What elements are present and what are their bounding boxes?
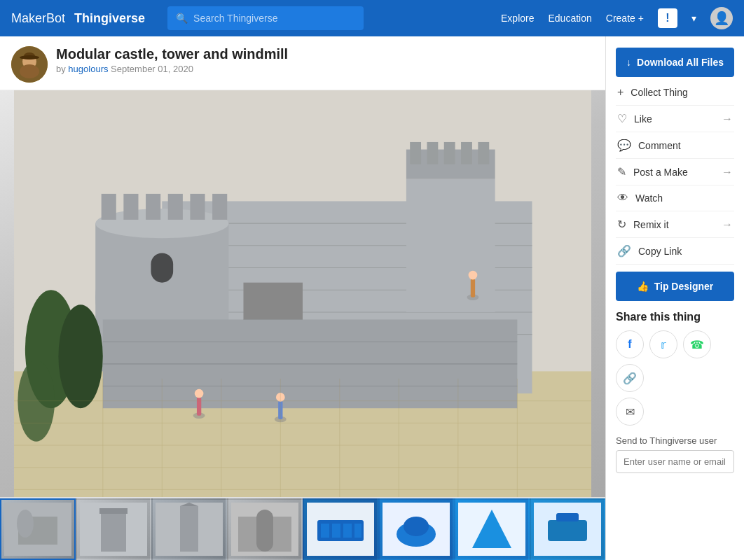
svg-rect-18: [123, 194, 138, 220]
svg-rect-41: [197, 397, 201, 415]
link-icon: 🔗: [617, 244, 631, 258]
svg-point-64: [17, 510, 34, 538]
send-input[interactable]: [616, 450, 734, 473]
search-bar[interactable]: 🔍: [167, 6, 364, 30]
svg-point-4: [20, 64, 39, 78]
svg-rect-19: [146, 194, 160, 220]
remix-arrow: →: [722, 218, 733, 231]
share-facebook[interactable]: f: [616, 330, 644, 358]
thumbnail-3[interactable]: [151, 498, 227, 560]
make-icon: ✎: [617, 165, 626, 178]
svg-rect-29: [461, 142, 472, 164]
search-icon: 🔍: [176, 13, 188, 24]
share-email[interactable]: ✉: [616, 398, 644, 426]
thumbnail-1[interactable]: [0, 498, 76, 560]
svg-point-38: [58, 304, 102, 408]
svg-rect-20: [168, 194, 183, 220]
avatar-image: [11, 46, 48, 83]
thumbnail-7[interactable]: [454, 498, 530, 560]
author-avatar: [11, 46, 48, 83]
svg-rect-23: [151, 253, 173, 282]
copy-link-button[interactable]: 🔗 Copy Link: [616, 238, 734, 265]
svg-rect-17: [102, 194, 116, 220]
svg-rect-24: [406, 179, 495, 312]
main-area: Modular castle, tower and windmill by hu…: [0, 36, 606, 560]
thumbnail-2[interactable]: [76, 498, 151, 560]
castle-svg: [0, 90, 605, 497]
brand-logo[interactable]: MakerBot Thingiverse: [11, 11, 145, 26]
dropdown-icon[interactable]: ▾: [691, 13, 696, 24]
like-arrow: →: [722, 113, 733, 125]
svg-rect-87: [556, 513, 579, 522]
whatsapp-icon: ☎: [690, 338, 704, 351]
send-label: Send to Thingiverse user: [616, 435, 734, 446]
svg-rect-28: [444, 142, 455, 164]
svg-rect-86: [548, 520, 587, 541]
thing-meta: by hugolours September 01, 2020: [56, 64, 288, 74]
thumb-inner-8: [531, 500, 604, 559]
search-input[interactable]: [193, 13, 355, 24]
thumbnail-5[interactable]: [303, 498, 378, 560]
svg-rect-66: [101, 510, 126, 552]
nav-links: Explore Education Create + ! ▾ 👤: [501, 7, 733, 29]
thumb-inner-7: [455, 500, 528, 559]
twitter-icon: 𝕣: [661, 338, 666, 351]
thumb-inner-6: [380, 500, 453, 559]
svg-rect-76: [321, 524, 329, 538]
svg-point-42: [195, 389, 204, 398]
facebook-icon: f: [628, 338, 631, 351]
nav-explore[interactable]: Explore: [501, 13, 534, 24]
share-buttons: f 𝕣 ☎ 🔗: [616, 330, 734, 392]
thumbnail-8[interactable]: [530, 498, 605, 560]
svg-rect-69: [180, 506, 198, 552]
author-link[interactable]: hugolours: [68, 64, 108, 74]
svg-rect-22: [212, 194, 227, 220]
share-whatsapp[interactable]: ☎: [683, 330, 711, 358]
nav-education[interactable]: Education: [549, 13, 592, 24]
svg-rect-21: [190, 194, 205, 220]
svg-point-3: [20, 55, 39, 59]
tip-icon: 👍: [637, 281, 649, 292]
thing-header: Modular castle, tower and windmill by hu…: [0, 36, 605, 90]
remix-button[interactable]: ↻ Remix it →: [616, 211, 734, 238]
thumb-inner-5: [304, 500, 377, 559]
share-twitter[interactable]: 𝕣: [649, 330, 677, 358]
tip-designer-button[interactable]: 👍 Tip Designer: [616, 272, 734, 301]
navbar: MakerBot Thingiverse 🔍 Explore Education…: [0, 0, 744, 36]
watch-button[interactable]: 👁 Watch: [616, 186, 734, 211]
share-copy-link[interactable]: 🔗: [616, 364, 644, 392]
thumb-inner-1: [1, 500, 74, 559]
user-avatar[interactable]: 👤: [710, 7, 733, 29]
download-button[interactable]: ↓ Download All Files: [616, 48, 734, 77]
page-content: Modular castle, tower and windmill by hu…: [0, 36, 744, 560]
svg-rect-73: [256, 510, 273, 552]
comment-icon: 💬: [617, 139, 631, 152]
thing-title-block: Modular castle, tower and windmill by hu…: [56, 46, 288, 74]
notification-button[interactable]: !: [658, 8, 677, 28]
post-make-button[interactable]: ✎ Post a Make →: [616, 159, 734, 186]
heart-icon: ♡: [617, 112, 627, 125]
nav-create[interactable]: Create +: [606, 13, 644, 24]
main-image-inner: [0, 90, 605, 497]
svg-rect-78: [343, 524, 352, 538]
collect-thing-button[interactable]: + Collect Thing: [616, 80, 734, 106]
svg-rect-82: [404, 517, 429, 536]
share-title: Share this thing: [616, 311, 734, 323]
brand-thingiverse: Thingiverse: [74, 11, 145, 26]
svg-rect-67: [99, 508, 128, 514]
plus-icon: +: [617, 86, 624, 99]
thumbnail-6[interactable]: [378, 498, 454, 560]
svg-rect-30: [478, 142, 489, 164]
download-icon: ↓: [626, 57, 631, 68]
eye-icon: 👁: [617, 192, 628, 204]
thumb-inner-4: [228, 500, 301, 559]
svg-point-48: [469, 271, 478, 280]
thumb-inner-2: [77, 500, 150, 559]
comment-button[interactable]: 💬 Comment: [616, 132, 734, 159]
svg-rect-79: [354, 524, 361, 538]
svg-rect-26: [410, 142, 421, 164]
post-make-arrow: →: [722, 166, 733, 178]
thumbnails-bar: [0, 497, 605, 560]
like-button[interactable]: ♡ Like →: [616, 106, 734, 132]
thumbnail-4[interactable]: [227, 498, 303, 560]
